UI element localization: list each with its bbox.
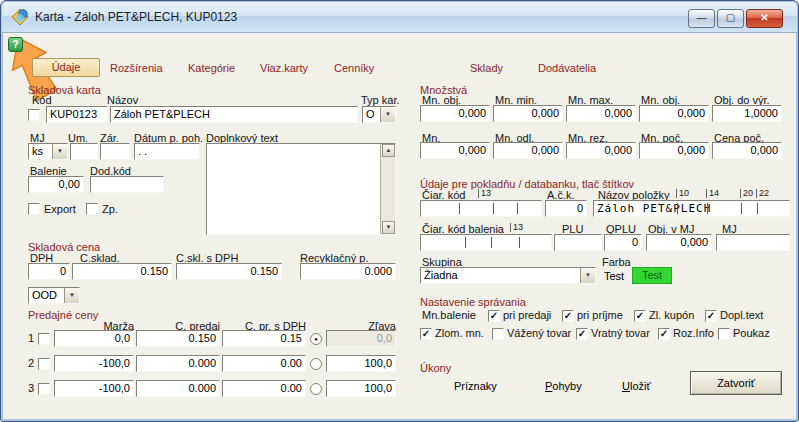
barcode-tick <box>517 203 518 214</box>
csklad-field[interactable]: 0.150 <box>72 263 172 280</box>
pri-prijme-checkbox[interactable]: ✓ <box>562 310 574 322</box>
predaj-field[interactable]: 0.000 <box>136 380 220 397</box>
chevron-down-icon[interactable]: ▼ <box>380 107 395 122</box>
ciar-kod-field[interactable] <box>420 200 542 217</box>
close-button[interactable]: ✕ <box>746 9 783 28</box>
price-row-radio[interactable] <box>310 383 322 395</box>
sdph-field[interactable]: 0.00 <box>222 380 306 397</box>
mn-max-field[interactable]: 0,000 <box>566 105 636 122</box>
zlava-field[interactable]: 0,0 <box>326 330 396 347</box>
price-row-radio[interactable] <box>310 358 322 370</box>
tab-viaz-karty[interactable]: Viaz.karty <box>260 62 308 74</box>
kod-label: Kód <box>32 94 52 106</box>
price-row-checkbox[interactable] <box>38 358 50 370</box>
mn-min-field[interactable]: 0,000 <box>493 105 563 122</box>
price-row-checkbox[interactable] <box>38 383 50 395</box>
nazov-polozky-field[interactable]: Záloh PET&PLECH <box>593 200 790 217</box>
farba-test-swatch[interactable]: Test <box>632 267 672 284</box>
barcode-tick <box>677 203 678 214</box>
scrollbar[interactable]: ▲ ▼ <box>380 144 395 234</box>
priznaky-button[interactable]: Príznaky <box>454 380 497 392</box>
test-button[interactable]: Test <box>604 270 624 282</box>
skupina-combo[interactable]: Žiadna ▼ <box>420 267 596 284</box>
balenie-field[interactable]: 0,00 <box>28 176 84 193</box>
price-row-checkbox[interactable] <box>38 333 50 345</box>
kod-checkbox[interactable] <box>28 109 40 121</box>
export-checkbox[interactable] <box>28 203 40 215</box>
help-button[interactable]: ? <box>8 37 23 52</box>
marza-field[interactable]: -100,0 <box>54 380 134 397</box>
zlava-field[interactable]: 100,0 <box>326 380 396 397</box>
mn-field[interactable]: 0,000 <box>420 142 490 159</box>
mn-balenie-label: Mn.balenie <box>422 309 476 321</box>
zp-checkbox[interactable] <box>86 203 98 215</box>
mj-combo[interactable]: ks ▼ <box>28 143 68 160</box>
minimize-button[interactable]: — <box>688 9 715 28</box>
datum-field[interactable]: . . <box>134 143 200 160</box>
tab-dodavatelia[interactable]: Dodávatelia <box>538 62 596 74</box>
scroll-down-icon[interactable]: ▼ <box>382 221 395 234</box>
mn-odl-field[interactable]: 0,000 <box>493 142 563 159</box>
chevron-down-icon[interactable]: ▼ <box>64 288 79 303</box>
dopl-text-checkbox[interactable]: ✓ <box>705 310 717 322</box>
nazov-field[interactable]: Záloh PET&PLECH <box>110 106 358 123</box>
vratny-tovar-label: Vratný tovar <box>591 327 650 339</box>
kod-field[interactable]: KUP0123 <box>46 106 108 123</box>
dodkod-field[interactable] <box>90 176 164 193</box>
sdph-field[interactable]: 0.15 <box>222 330 306 347</box>
ulozit-button[interactable]: Uložiť <box>622 380 651 392</box>
mn-obj-field[interactable]: 0,000 <box>420 105 490 122</box>
maximize-button[interactable]: ▢ <box>717 9 744 28</box>
obj-do-vyr-field[interactable]: 1,0000 <box>712 105 782 122</box>
vratny-tovar-checkbox[interactable]: ✓ <box>576 328 588 340</box>
sdph-field[interactable]: 0.00 <box>222 355 306 372</box>
cena-poc-field[interactable]: 0,000 <box>712 142 782 159</box>
barcode-tick <box>741 203 742 214</box>
plu-field[interactable] <box>554 234 602 251</box>
mn-obj2-field[interactable]: 0,000 <box>639 105 709 122</box>
typ-kar-combo[interactable]: O ▼ <box>362 106 396 123</box>
barcode-tick <box>707 203 708 214</box>
section-nastavenie: Nastavenie správania <box>420 296 526 308</box>
qplu-field[interactable]: 0 <box>604 234 642 251</box>
dph-field[interactable]: 0 <box>28 263 70 280</box>
mn-rez-field[interactable]: 0,000 <box>566 142 636 159</box>
screenshot: Karta - Záloh PET&PLECH, KUP0123 — ▢ ✕ ?… <box>0 0 799 422</box>
zlom-mn-checkbox[interactable]: ✓ <box>420 328 432 340</box>
zlava-field[interactable]: 100,0 <box>326 355 396 372</box>
pri-predaji-checkbox[interactable]: ✓ <box>488 310 500 322</box>
roz-info-checkbox[interactable]: ✓ <box>658 328 670 340</box>
cskl-sdph-field[interactable]: 0.150 <box>176 263 282 280</box>
typ-kar-label: Typ kar. <box>361 94 400 106</box>
tab-udaje[interactable]: Údaje <box>32 58 100 77</box>
barcode-tick <box>459 203 460 214</box>
pri-predaji-label: pri predaji <box>503 309 551 321</box>
predaj-field[interactable]: 0.000 <box>136 355 220 372</box>
chevron-down-icon[interactable]: ▼ <box>580 268 595 283</box>
tab-kategorie[interactable]: Kategórie <box>188 62 235 74</box>
recykl-field[interactable]: 0.000 <box>300 263 396 280</box>
obj-v-mj-field[interactable]: 0,000 <box>646 234 712 251</box>
zar-field[interactable] <box>100 143 130 160</box>
zatvorit-button[interactable]: Zatvoriť <box>690 371 782 395</box>
tab-rozsirenia[interactable]: Rozšírenia <box>110 62 163 74</box>
ciar-kod-balenia-field[interactable] <box>420 234 552 251</box>
price-row-radio[interactable]: ● <box>310 333 322 345</box>
predaj-field[interactable]: 0.150 <box>136 330 220 347</box>
marza-field[interactable]: 0,0 <box>54 330 134 347</box>
ack-field[interactable]: 0 <box>545 200 587 217</box>
doplnkovy-text-area[interactable]: ▲ ▼ <box>206 143 396 235</box>
chevron-down-icon[interactable]: ▼ <box>52 144 67 159</box>
pohyby-button[interactable]: Pohyby <box>545 380 582 392</box>
ood-combo[interactable]: OOD ▼ <box>28 287 80 304</box>
tab-sklady[interactable]: Sklady <box>470 62 503 74</box>
vazeny-tovar-checkbox[interactable] <box>492 328 504 340</box>
mj2-field[interactable] <box>716 234 790 251</box>
tab-cenniky[interactable]: Cenníky <box>334 62 374 74</box>
scroll-up-icon[interactable]: ▲ <box>382 144 395 157</box>
zl-kupon-checkbox[interactable]: ✓ <box>634 310 646 322</box>
mn-poc-field[interactable]: 0,000 <box>639 142 709 159</box>
marza-field[interactable]: -100,0 <box>54 355 134 372</box>
um-field[interactable] <box>70 143 98 160</box>
poukaz-checkbox[interactable] <box>718 328 730 340</box>
